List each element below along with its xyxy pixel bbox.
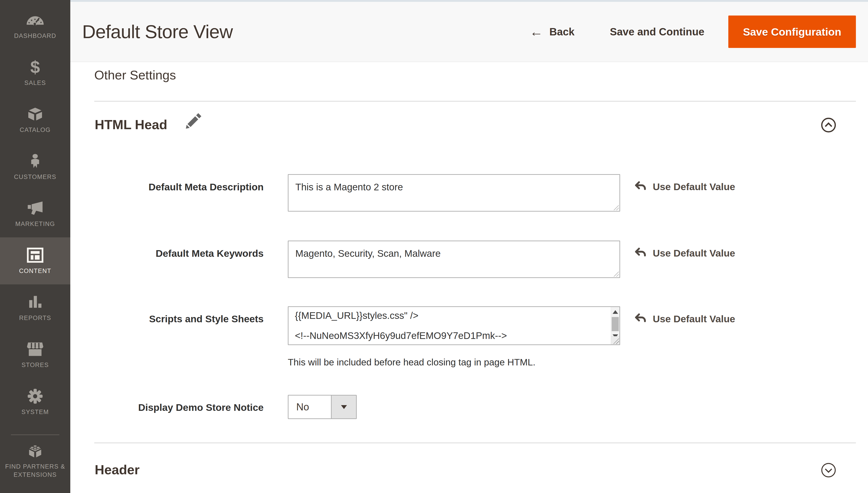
meta-keywords-textarea[interactable]: Magento, Security, Scan, Malware [288,240,620,278]
sidebar-item-reports[interactable]: REPORTS [0,284,70,331]
sidebar-item-label: DASHBOARD [10,32,60,40]
use-default-value-button[interactable]: Use Default Value [634,247,735,259]
section-divider [94,101,856,102]
main-area: Default Store View ← Back Save and Conti… [70,0,868,493]
use-default-label: Use Default Value [653,181,735,192]
box-icon [27,106,43,123]
sidebar-item-label: CATALOG [16,126,54,134]
scripts-value-line-1: {{MEDIA_URL}}styles.css" /> [295,310,418,321]
sidebar-item-label: FIND PARTNERS & EXTENSIONS [0,463,70,479]
resize-handle-icon[interactable] [613,205,619,210]
save-configuration-button[interactable]: Save Configuration [728,16,856,48]
toolbar-actions: ← Back Save and Continue Save Configurat… [530,16,856,48]
megaphone-icon [27,200,44,217]
edit-pencil-icon[interactable] [182,111,203,132]
group-title-html-head: HTML Head [95,117,167,132]
top-strip [70,0,868,2]
resize-handle-icon[interactable] [613,271,619,277]
scrollbar-thumb[interactable] [612,317,619,331]
group-title-header: Header [95,462,140,477]
use-default-value-button[interactable]: Use Default Value [634,313,735,325]
brick-icon [27,442,44,459]
textarea-scrollbar[interactable] [611,307,620,344]
sidebar-item-label: STORES [18,361,52,369]
back-arrow-icon: ← [530,25,543,38]
storefront-icon [26,341,44,358]
meta-keywords-value: Magento, Security, Scan, Malware [295,248,441,259]
caret-down-icon [341,405,347,409]
sidebar-item-sales[interactable]: $ SALES [0,49,70,96]
scripts-help-note: This will be included before head closin… [288,357,536,368]
person-icon [30,153,40,170]
section-title: Other Settings [94,68,176,82]
resize-handle-icon[interactable] [611,336,620,344]
sidebar-item-label: CONTENT [16,267,55,275]
sidebar-item-stores[interactable]: STORES [0,331,70,379]
section-divider [94,443,856,443]
sidebar-item-system[interactable]: SYSTEM [0,379,70,425]
sidebar-item-dashboard[interactable]: DASHBOARD [0,2,70,49]
meta-description-textarea[interactable]: This is a Magento 2 store [288,174,620,212]
sidebar-item-marketing[interactable]: MARKETING [0,190,70,237]
use-default-label: Use Default Value [653,248,735,259]
page-toolbar: Default Store View ← Back Save and Conti… [70,2,868,62]
field-label-scripts-stylesheets: Scripts and Style Sheets [94,313,264,325]
settings-page: Other Settings HTML Head Default Meta De… [70,62,868,492]
save-and-continue-button[interactable]: Save and Continue [610,25,704,38]
admin-sidebar: DASHBOARD $ SALES CATALOG CUSTOMERS [0,0,70,493]
speedometer-icon [26,12,44,28]
layout-icon [27,247,43,264]
meta-description-value: This is a Magento 2 store [295,182,403,192]
undo-arrow-icon [634,313,647,325]
sidebar-item-label: SALES [21,79,50,87]
use-default-label: Use Default Value [653,314,735,325]
sidebar-item-customers[interactable]: CUSTOMERS [0,143,70,190]
field-label-demo-store-notice: Display Demo Store Notice [94,402,264,413]
sidebar-item-catalog[interactable]: CATALOG [0,96,70,143]
undo-arrow-icon [634,247,647,259]
demo-store-notice-select[interactable]: No [288,395,357,419]
sidebar-item-content[interactable]: CONTENT [0,237,70,284]
page-title: Default Store View [82,21,233,42]
sidebar-item-label: REPORTS [16,314,55,322]
scripts-value-line-2: <!--NuNeoMS3XfyH6y9ud7efEMO9Y7eD1Pmk--> [295,330,507,341]
back-button[interactable]: ← Back [530,25,574,38]
expand-header-button[interactable] [821,463,836,478]
collapse-html-head-button[interactable] [821,117,836,133]
field-label-meta-keywords: Default Meta Keywords [94,248,264,259]
select-arrow-button[interactable] [331,395,356,419]
scripts-stylesheets-textarea[interactable]: {{MEDIA_URL}}styles.css" /> <!--NuNeoMS3… [288,306,620,345]
dollar-icon: $ [30,59,40,76]
sidebar-item-label: MARKETING [12,220,59,228]
sidebar-item-label: CUSTOMERS [10,173,60,181]
sidebar-divider [11,434,59,435]
gear-icon [27,388,43,405]
select-value: No [288,395,331,419]
bar-chart-icon [28,294,42,310]
sidebar-item-find-partners[interactable]: FIND PARTNERS & EXTENSIONS [0,441,70,484]
sidebar-item-label: SYSTEM [18,408,52,416]
back-label: Back [549,25,574,38]
field-label-meta-description: Default Meta Description [94,181,264,193]
scroll-up-arrow-icon[interactable] [613,310,618,314]
use-default-value-button[interactable]: Use Default Value [634,180,735,193]
undo-arrow-icon [634,180,647,193]
